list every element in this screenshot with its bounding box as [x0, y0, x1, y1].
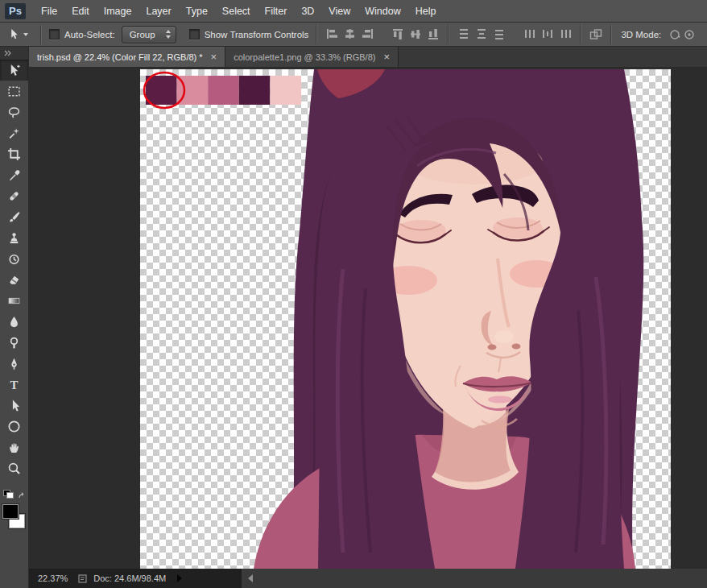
zoom-level-field[interactable]: 22.37% [38, 574, 68, 583]
app-logo-icon[interactable]: Ps [5, 3, 26, 19]
auto-align-layers-icon[interactable] [589, 27, 603, 42]
tool-blur[interactable] [0, 311, 28, 332]
status-info-icon [78, 574, 87, 583]
current-tool-preset[interactable] [8, 28, 28, 40]
color-swatch-controls [0, 490, 28, 541]
tool-clone-stamp[interactable] [0, 227, 28, 248]
scroll-left-icon[interactable] [248, 574, 253, 582]
menu-file[interactable]: File [34, 0, 64, 23]
auto-select-checkbox[interactable] [49, 29, 60, 39]
distribute-top-edges-icon[interactable] [457, 27, 471, 42]
menu-layer[interactable]: Layer [139, 0, 178, 23]
auto-select-option: Auto-Select: [49, 29, 115, 39]
align-left-edges-icon[interactable] [325, 27, 339, 42]
close-tab-icon[interactable]: × [211, 52, 217, 62]
status-flyout-icon[interactable] [177, 574, 182, 582]
tool-spot-healing-brush[interactable] [0, 185, 28, 206]
document-canvas[interactable] [140, 69, 671, 569]
magic-wand-tool-icon [7, 126, 21, 140]
separator [316, 25, 317, 44]
svg-text:T: T [10, 378, 19, 391]
show-transform-option: Show Transform Controls [189, 29, 309, 39]
show-transform-checkbox[interactable] [189, 29, 200, 39]
menu-window[interactable]: Window [358, 0, 407, 23]
tool-dodge[interactable] [0, 332, 28, 353]
tool-zoom[interactable] [0, 458, 28, 478]
main-menu: File Edit Image Layer Type Select Filter… [34, 0, 443, 22]
distribute-left-edges-icon[interactable] [523, 27, 537, 42]
menu-help[interactable]: Help [408, 0, 444, 23]
status-bar: 22.37% Doc: 24.6M/98.4M [29, 569, 707, 588]
align-icons [325, 27, 440, 42]
move-tool-icon [8, 28, 20, 40]
healing-brush-tool-icon [7, 189, 21, 203]
gradient-tool-icon [7, 294, 21, 308]
history-brush-tool-icon [7, 252, 21, 266]
tool-eyedropper[interactable] [0, 164, 28, 185]
auto-select-label: Auto-Select: [64, 30, 115, 39]
portrait-artwork [140, 69, 671, 569]
brush-tool-icon [7, 210, 21, 224]
tool-history-brush[interactable] [0, 248, 28, 269]
tab-title: colorpalette1.png @ 33.3% (RGB/8) [234, 52, 375, 62]
menu-image[interactable]: Image [97, 0, 139, 23]
align-top-edges-icon[interactable] [391, 27, 405, 42]
distribute-bottom-edges-icon[interactable] [492, 27, 506, 42]
tool-eraser[interactable] [0, 269, 28, 290]
3d-roll-icon[interactable] [682, 27, 697, 42]
menu-3d[interactable]: 3D [294, 0, 321, 23]
tool-preset-caret-icon [23, 33, 28, 36]
separator [40, 25, 42, 44]
tool-lasso[interactable] [0, 101, 28, 122]
distribute-horizontal-centers-icon[interactable] [540, 27, 555, 42]
auto-select-target-value: Group [130, 30, 155, 39]
tool-move[interactable] [0, 60, 28, 81]
tools-panel-collapse[interactable] [0, 47, 28, 60]
tool-ellipse[interactable] [0, 416, 28, 437]
tool-pen[interactable] [0, 353, 28, 374]
eyedropper-tool-icon [7, 168, 21, 182]
tool-type[interactable]: T [0, 374, 28, 395]
align-vertical-centers-icon[interactable] [408, 27, 423, 42]
menu-filter[interactable]: Filter [258, 0, 295, 23]
3d-orbit-icon[interactable] [668, 27, 682, 42]
marquee-tool-icon [7, 85, 21, 98]
palette-strip [146, 76, 301, 105]
crop-tool-icon [7, 147, 21, 161]
distribute-icons [457, 27, 573, 42]
distribute-vertical-centers-icon[interactable] [474, 27, 489, 42]
tool-path-selection[interactable] [0, 395, 28, 416]
tool-gradient[interactable] [0, 290, 28, 311]
tab-trish-psd[interactable]: trish.psd @ 22.4% (Color Fill 22, RGB/8)… [29, 47, 225, 67]
tool-hand[interactable] [0, 437, 28, 458]
hand-tool-icon [7, 441, 21, 454]
align-bottom-edges-icon[interactable] [426, 27, 440, 42]
separator [448, 25, 449, 44]
align-right-edges-icon[interactable] [360, 27, 374, 42]
zoom-tool-icon [7, 462, 21, 475]
menu-type[interactable]: Type [179, 0, 215, 23]
align-horizontal-centers-icon[interactable] [342, 27, 357, 42]
blur-tool-icon [7, 315, 21, 329]
close-tab-icon[interactable]: × [383, 52, 390, 62]
menu-select[interactable]: Select [215, 0, 258, 23]
foreground-color-swatch[interactable] [2, 504, 19, 519]
distribute-right-edges-icon[interactable] [558, 27, 573, 42]
menu-edit[interactable]: Edit [64, 0, 97, 23]
swap-colors-icon[interactable] [18, 490, 27, 504]
default-colors-icon[interactable] [3, 490, 14, 499]
tool-magic-wand[interactable] [0, 122, 28, 143]
path-selection-tool-icon [7, 399, 21, 412]
tool-rectangular-marquee[interactable] [0, 81, 28, 101]
tool-crop[interactable] [0, 143, 28, 164]
document-status: 22.37% Doc: 24.6M/98.4M [29, 569, 242, 588]
type-tool-icon: T [7, 378, 21, 391]
pen-tool-icon [7, 357, 21, 371]
auto-select-target-dropdown[interactable]: Group [122, 26, 176, 43]
menu-view[interactable]: View [321, 0, 358, 23]
ellipse-tool-icon [7, 420, 21, 433]
document-tabs: trish.psd @ 22.4% (Color Fill 22, RGB/8)… [29, 47, 707, 68]
separator [610, 25, 612, 44]
tool-brush[interactable] [0, 206, 28, 227]
tab-colorpalette-png[interactable]: colorpalette1.png @ 33.3% (RGB/8) × [225, 47, 399, 67]
